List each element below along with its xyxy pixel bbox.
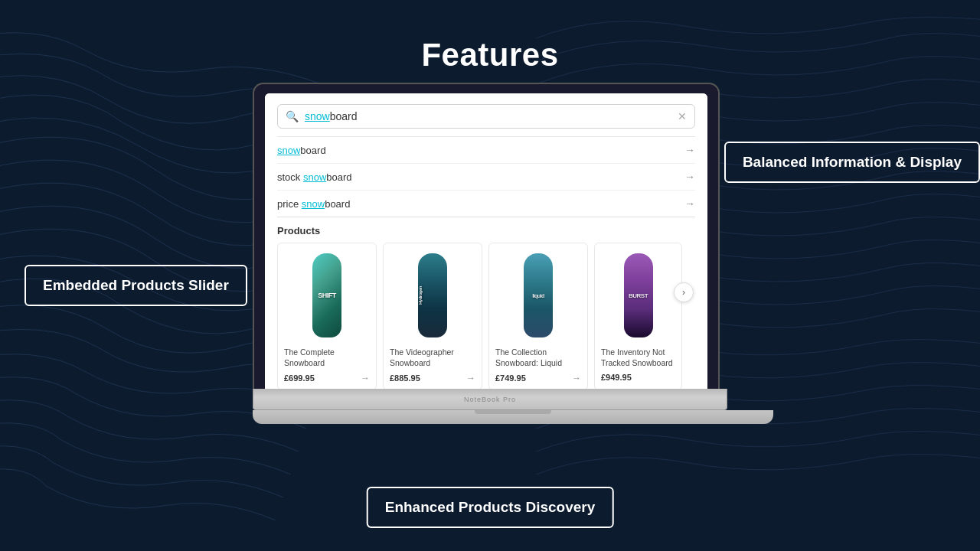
arrow-right-icon-1: → — [684, 144, 695, 156]
feature-box-left: Embedded Products Slider — [24, 265, 247, 306]
laptop: 🔍 snowboard ✕ snowboard → — [253, 83, 727, 424]
suggestion-item-1[interactable]: snowboard → — [277, 137, 695, 164]
suggestion-text-2: stock snowboard — [277, 171, 352, 183]
slider-next-button[interactable]: › — [674, 282, 694, 302]
product-arrow-3[interactable]: → — [572, 373, 581, 383]
laptop-trackpad-notch — [475, 410, 551, 414]
product-card-2[interactable]: Hydrogen The Videographer Snowboard £885… — [383, 243, 482, 389]
product-card-4[interactable]: BURST The Inventory Not Tracked Snowboar… — [594, 243, 682, 389]
product-arrow-2[interactable]: → — [466, 373, 475, 383]
feature-box-bottom: Enhanced Products Discovery — [367, 487, 614, 528]
product-price-2: £885.95 — [390, 373, 420, 383]
products-label: Products — [277, 225, 695, 236]
laptop-base: NoteBook Pro — [253, 389, 727, 410]
products-relative: SHIFT The Complete Snowboard £699.95 → — [277, 243, 695, 389]
product-card-3[interactable]: liquid The Collection Snowboard: Liquid … — [488, 243, 588, 389]
product-price-4: £949.95 — [601, 373, 632, 382]
laptop-screen-outer: 🔍 snowboard ✕ snowboard → — [253, 83, 720, 389]
product-footer-4: £949.95 — [601, 373, 675, 382]
product-image-1: SHIFT — [284, 249, 370, 341]
product-image-3: liquid — [495, 249, 581, 341]
product-name-3: The Collection Snowboard: Liquid — [495, 347, 581, 368]
feature-label-bottom: Enhanced Products Discovery — [385, 499, 596, 515]
product-image-2: Hydrogen — [390, 249, 475, 341]
snowboard-image-4: BURST — [624, 253, 653, 337]
suggestions-list: snowboard → stock snowboard → price snow… — [265, 137, 707, 217]
suggestion-text-1: snowboard — [277, 145, 326, 156]
suggestion-text-3: price snowboard — [277, 198, 350, 210]
search-area: 🔍 snowboard ✕ — [265, 93, 707, 137]
products-slider: SHIFT The Complete Snowboard £699.95 → — [277, 243, 695, 389]
product-price-3: £749.95 — [495, 373, 526, 383]
search-bar[interactable]: 🔍 snowboard ✕ — [277, 104, 695, 129]
product-card-1[interactable]: SHIFT The Complete Snowboard £699.95 → — [277, 243, 377, 389]
snowboard-image-2: Hydrogen — [418, 253, 447, 337]
arrow-right-icon-2: → — [684, 171, 695, 183]
product-name-2: The Videographer Snowboard — [390, 347, 475, 368]
product-arrow-1[interactable]: → — [361, 373, 370, 383]
laptop-bottom — [253, 410, 773, 424]
laptop-brand-label: NoteBook Pro — [464, 396, 516, 403]
snowboard-image-3: liquid — [524, 253, 553, 337]
suggestion-item-2[interactable]: stock snowboard → — [277, 164, 695, 191]
products-section: Products SHIFT The Complete Snowboar — [265, 217, 707, 389]
page-title: Features — [421, 37, 558, 73]
product-image-4: BURST — [601, 249, 675, 341]
product-price-1: £699.95 — [284, 373, 315, 383]
feature-box-right: Balanced Information & Display — [724, 142, 980, 183]
arrow-right-icon-3: → — [684, 197, 695, 210]
product-name-4: The Inventory Not Tracked Snowboard — [601, 347, 675, 368]
product-name-1: The Complete Snowboard — [284, 347, 370, 368]
feature-label-right: Balanced Information & Display — [743, 154, 962, 170]
browser-content: 🔍 snowboard ✕ snowboard → — [265, 93, 707, 389]
product-footer-2: £885.95 → — [390, 373, 475, 383]
close-icon[interactable]: ✕ — [678, 110, 687, 122]
snowboard-image-1: SHIFT — [312, 253, 341, 337]
laptop-screen-inner: 🔍 snowboard ✕ snowboard → — [265, 93, 707, 389]
suggestion-item-3[interactable]: price snowboard → — [277, 191, 695, 217]
feature-label-left: Embedded Products Slider — [43, 277, 229, 293]
product-footer-3: £749.95 → — [495, 373, 581, 383]
product-footer-1: £699.95 → — [284, 373, 370, 383]
search-query: snowboard — [305, 110, 671, 122]
search-icon: 🔍 — [286, 110, 299, 122]
